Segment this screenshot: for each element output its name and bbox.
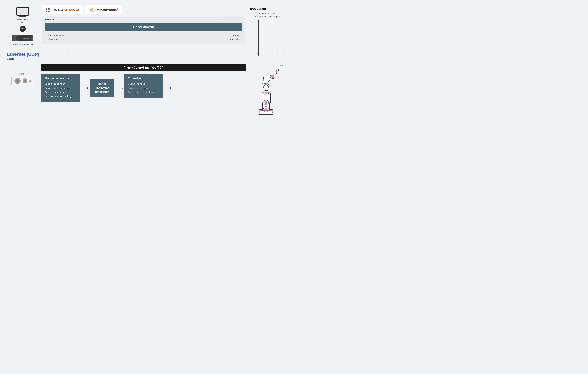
arrow-controller-to-arm: [165, 88, 170, 88]
diagram-container: WorkstationPC OR FRANKA ROBOTICS: [0, 0, 294, 187]
motion-item-0: Joint position: [45, 82, 76, 85]
svg-rect-31: [261, 92, 271, 93]
libfranka-outer: libfranka Robot control Position/velocit…: [42, 16, 245, 44]
arrow-line-3: [165, 88, 170, 88]
khz-label: 1 kHz: [7, 57, 287, 61]
motion-generators-title: Motion generators: [45, 77, 76, 80]
robot-state-desc: e.g., position, velocity,external forces…: [249, 12, 287, 18]
libfranka-label: libfranka: [44, 18, 242, 21]
top-section: WorkstationPC OR FRANKA ROBOTICS: [7, 5, 287, 46]
arrow-motion-to-kin: [82, 88, 87, 88]
franka-ai-icon: FRANKA ROBOTICS: [12, 34, 33, 42]
matlab-icon: [90, 8, 95, 12]
monitor-icon: [16, 7, 30, 18]
arrow-line: [82, 88, 87, 88]
robot-arm-section: Arm: [249, 64, 287, 116]
arm-label: Arm: [279, 64, 284, 67]
or-badge: OR: [20, 26, 26, 32]
control-box-icon: [11, 77, 34, 85]
svg-text:FRANKA ROBOTICS: FRANKA ROBOTICS: [19, 38, 33, 39]
arrow-kin-to-controller: [117, 88, 122, 88]
speaker-left-icon: [14, 78, 21, 84]
mathworks-box: MMathWorks®: [85, 5, 122, 14]
position-velocity-cmd: Position/velocitycommands: [48, 34, 64, 41]
svg-rect-3: [19, 16, 26, 17]
registered-mark: ®: [117, 8, 118, 10]
fci-bar: Franka Control Interface (FCI): [41, 64, 246, 71]
bottom-section: Control Franka Control Interface (FCI) M…: [7, 64, 287, 116]
arrow-line-2: [117, 88, 122, 88]
torque-cmd: Torquecommands: [228, 34, 239, 41]
arrow-head-3: [170, 87, 172, 89]
controller-item-0: Joint torque: [128, 82, 159, 85]
ethernet-udp-text: Ethernet (UDP): [7, 52, 39, 57]
workstation-label: WorkstationPC: [17, 19, 28, 24]
moveit-arrow-icon: ▶: [65, 8, 68, 12]
controller-title: Controller: [128, 77, 159, 80]
commands-row: Position/velocitycommands Torquecommands: [44, 34, 242, 41]
robot-control-bar: Robot control: [44, 23, 242, 31]
svg-point-17: [265, 108, 267, 111]
workstation-device: WorkstationPC: [16, 7, 30, 24]
controller-item-1: Joint impedance: [128, 87, 159, 90]
robot-arm-icon: [249, 68, 284, 116]
motion-generators-box: Motion generators Joint position Joint v…: [41, 74, 80, 102]
ros-dots-icon: [46, 8, 51, 12]
svg-rect-1: [17, 8, 28, 15]
robot-kinematics-box: Robotkinematicscompletion: [90, 79, 114, 97]
ros-logo: ROS 2: [52, 8, 63, 12]
controller-box: Controller Joint torque Joint impedance …: [124, 74, 163, 98]
motion-item-3: Cartesian velocity: [45, 95, 76, 98]
indicators-group: [29, 80, 31, 82]
moveit-logo: MoveIt: [69, 8, 79, 12]
robot-kinematics-title: Robotkinematicscompletion: [93, 82, 111, 94]
fci-section: Franka Control Interface (FCI) Motion ge…: [41, 64, 246, 102]
ethernet-section: Ethernet (UDP) 1 kHz: [7, 50, 287, 62]
mathworks-logo: MMathWorks®: [96, 8, 118, 12]
arrow-head-2: [122, 87, 123, 89]
ros-mathworks-row: ROS 2 ▶ MoveIt MMathWorks®: [42, 5, 245, 14]
motion-item-1: Joint velocity: [45, 87, 76, 90]
svg-rect-30: [262, 101, 270, 103]
middle-section: ROS 2 ▶ MoveIt MMathWorks®: [42, 5, 245, 44]
left-devices: WorkstationPC OR FRANKA ROBOTICS: [7, 5, 38, 46]
speaker-right-icon: [22, 79, 27, 83]
fci-content-row: Motion generators Joint position Joint v…: [41, 74, 246, 102]
svg-rect-2: [21, 15, 24, 16]
ethernet-dashed-line: [57, 53, 287, 53]
indicator-2: [29, 81, 31, 82]
ethernet-title: Ethernet (UDP): [7, 51, 39, 57]
robot-state-title: Robot state: [249, 7, 287, 11]
indicator-1: [29, 80, 31, 81]
bottom-left-device: Control: [7, 64, 38, 85]
franka-ai-label: Franka AI Companion: [12, 43, 33, 46]
right-section: Robot state e.g., position, velocity,ext…: [249, 5, 287, 18]
arrow-head: [87, 87, 89, 89]
control-label: Control: [19, 73, 26, 75]
motion-item-2: Cartesian pose: [45, 91, 76, 94]
mathworks-logo-M: M: [96, 8, 100, 12]
ros-box: ROS 2 ▶ MoveIt: [42, 5, 84, 14]
franka-ai-device: FRANKA ROBOTICS Franka AI Companion: [12, 34, 33, 46]
controller-item-2: Cartesian impedance: [128, 91, 159, 94]
